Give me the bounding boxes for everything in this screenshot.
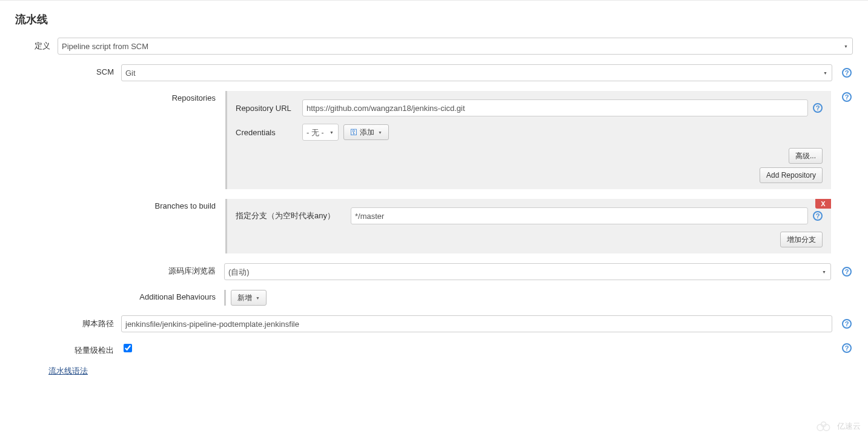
- chevron-down-icon: ▼: [378, 130, 382, 135]
- label-credentials: Credentials: [236, 128, 302, 137]
- row-script-path: 脚本路径 ?: [15, 315, 853, 332]
- add-repository-button[interactable]: Add Repository: [760, 167, 823, 183]
- label-scm: SCM: [15, 64, 121, 76]
- label-definition: 定义: [15, 38, 58, 52]
- help-icon[interactable]: ?: [813, 211, 823, 221]
- key-icon: ⚿: [350, 128, 357, 136]
- label-additional-behaviours: Additional Behaviours: [121, 290, 224, 301]
- help-icon[interactable]: ?: [842, 92, 852, 102]
- advanced-button[interactable]: 高级...: [789, 148, 823, 164]
- label-script-path: 脚本路径: [15, 315, 121, 329]
- select-repo-browser[interactable]: (自动): [224, 263, 831, 280]
- label-branch-spec: 指定分支（为空时代表any）: [236, 210, 351, 221]
- row-repositories: Repositories Repository URL ? Credential…: [121, 91, 853, 189]
- row-additional-behaviours: Additional Behaviours 新增 ▼: [121, 290, 853, 306]
- delete-branch-button[interactable]: X: [815, 199, 831, 209]
- add-branch-button[interactable]: 增加分支: [780, 232, 823, 247]
- label-lightweight: 轻量级检出: [15, 342, 121, 356]
- checkbox-lightweight[interactable]: [124, 344, 132, 352]
- label-repo-url: Repository URL: [236, 104, 302, 113]
- select-scm[interactable]: Git: [121, 64, 832, 81]
- branches-group: X 指定分支（为空时代表any） ? 增加分支: [225, 199, 831, 253]
- help-icon[interactable]: ?: [842, 68, 852, 78]
- row-repo-browser: 源码库浏览器 (自动) ?: [121, 263, 853, 280]
- label-repo-browser: 源码库浏览器: [121, 263, 224, 277]
- input-repo-url[interactable]: [302, 99, 808, 116]
- label-repositories: Repositories: [121, 91, 224, 102]
- section-title: 流水线: [15, 12, 853, 27]
- help-icon[interactable]: ?: [813, 103, 823, 113]
- row-scm: SCM Git ?: [15, 64, 853, 81]
- select-definition[interactable]: Pipeline script from SCM: [58, 38, 853, 55]
- input-script-path[interactable]: [121, 315, 832, 332]
- select-credentials[interactable]: - 无 -: [302, 124, 339, 141]
- row-lightweight: 轻量级检出 ?: [15, 342, 853, 356]
- pipeline-syntax-link[interactable]: 流水线语法: [48, 366, 88, 375]
- help-icon[interactable]: ?: [842, 267, 852, 277]
- help-icon[interactable]: ?: [842, 319, 852, 329]
- row-branches: Branches to build X 指定分支（为空时代表any） ? 增加分…: [121, 199, 853, 253]
- pipeline-config-page: 流水线 定义 Pipeline script from SCM SCM Git …: [0, 0, 868, 392]
- row-definition: 定义 Pipeline script from SCM: [15, 38, 853, 55]
- chevron-down-icon: ▼: [256, 296, 260, 300]
- label-branches: Branches to build: [121, 199, 224, 210]
- add-credentials-button[interactable]: ⚿ 添加 ▼: [343, 124, 389, 140]
- help-icon[interactable]: ?: [842, 343, 852, 353]
- input-branch-spec[interactable]: [351, 207, 808, 224]
- repositories-group: Repository URL ? Credentials - 无 -: [225, 91, 831, 189]
- add-behaviour-button[interactable]: 新增 ▼: [231, 290, 267, 306]
